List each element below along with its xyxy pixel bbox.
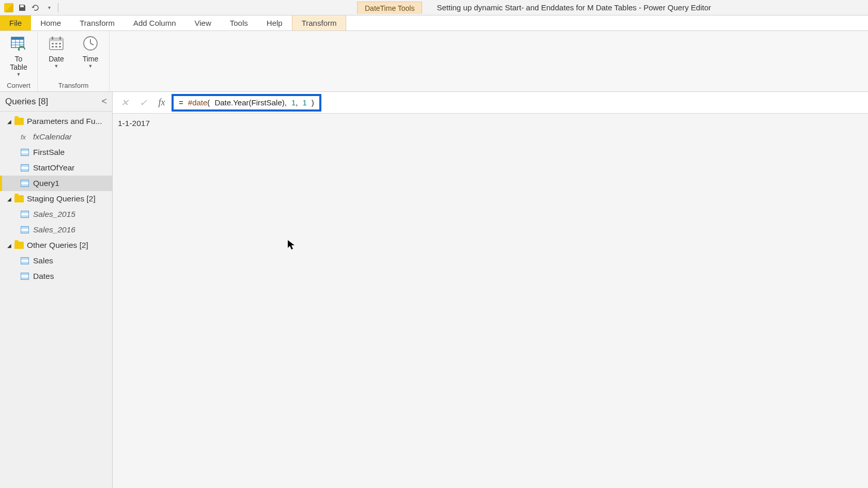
to-table-button[interactable]: To Table ▼ (5, 33, 32, 77)
query-dates[interactable]: Dates (0, 269, 112, 284)
ribbon-body: To Table ▼ Convert Date ▼ (0, 31, 868, 92)
tree-group-other[interactable]: ◢ Other Queries [2] (0, 238, 112, 253)
time-button[interactable]: Time ▼ (77, 33, 104, 69)
query-sales2016[interactable]: Sales_2016 (0, 222, 112, 238)
item-label: Sales_2016 (33, 225, 75, 234)
group-label: Parameters and Fu... (27, 117, 102, 126)
to-table-label: To Table (10, 55, 27, 71)
result-area: 1-1-2017 (113, 114, 868, 133)
window-title: Setting up dynamic Start- and Enddates f… (422, 3, 711, 12)
item-label: Sales (33, 256, 53, 265)
time-label: Time (83, 55, 99, 63)
to-table-icon (8, 33, 29, 54)
item-label: Dates (33, 272, 54, 281)
table-icon (21, 226, 29, 233)
ribbon-group-transform: Date ▼ Time ▼ Transform (38, 31, 110, 91)
svg-rect-11 (52, 43, 54, 44)
table-icon (21, 273, 29, 280)
table-icon (21, 164, 29, 171)
powerbi-logo-icon (4, 3, 13, 12)
item-label: Sales_2015 (33, 210, 75, 219)
date-button[interactable]: Date ▼ (43, 33, 70, 69)
svg-rect-1 (11, 37, 24, 40)
ribbon-group-convert: To Table ▼ Convert (0, 31, 38, 91)
fx-icon: fx (21, 133, 29, 141)
caret-down-icon: ◢ (7, 196, 11, 202)
content-area: ✕ ✓ fx = #date( Date.Year(FirstSale), 1,… (113, 92, 868, 488)
formula-input-highlight: = #date( Date.Year(FirstSale), 1, 1 ) (172, 94, 321, 112)
quick-access-toolbar: ▾ (0, 3, 63, 12)
save-icon[interactable] (18, 3, 27, 12)
svg-rect-16 (59, 46, 61, 48)
clock-icon (80, 33, 101, 54)
tab-file[interactable]: File (0, 15, 31, 30)
date-label: Date (49, 55, 64, 63)
confirm-formula-button[interactable]: ✓ (134, 95, 152, 111)
tab-transform[interactable]: Transform (70, 15, 124, 30)
queries-tree: ◢ Parameters and Fu... fx fxCalendar Fir… (0, 112, 112, 286)
chevron-down-icon: ▼ (54, 64, 59, 69)
svg-rect-15 (55, 46, 57, 48)
title-bar: ▾ DateTime Tools Setting up dynamic Star… (0, 0, 868, 15)
query-query1[interactable]: Query1 (0, 176, 112, 191)
tab-help[interactable]: Help (257, 15, 292, 30)
tab-view[interactable]: View (185, 15, 221, 30)
undo-icon[interactable] (31, 3, 40, 12)
table-icon (21, 149, 29, 156)
table-icon (21, 180, 29, 187)
svg-rect-12 (55, 43, 57, 44)
query-sales2015[interactable]: Sales_2015 (0, 207, 112, 222)
cursor-icon (287, 240, 297, 254)
cancel-formula-button[interactable]: ✕ (116, 95, 133, 111)
qat-dropdown-icon[interactable]: ▾ (44, 3, 54, 12)
item-label: Query1 (33, 179, 59, 188)
chevron-down-icon: ▼ (88, 64, 93, 69)
query-firstsale[interactable]: FirstSale (0, 145, 112, 160)
group-label-transform: Transform (43, 82, 104, 90)
formula-bar: ✕ ✓ fx = #date( Date.Year(FirstSale), 1,… (113, 92, 868, 114)
group-label-convert: Convert (5, 82, 32, 90)
folder-icon (14, 242, 24, 249)
chevron-down-icon: ▼ (17, 72, 21, 77)
svg-rect-10 (59, 37, 61, 40)
caret-down-icon: ◢ (7, 243, 11, 248)
item-label: StartOfYear (33, 163, 74, 172)
ribbon-tabs: File Home Transform Add Column View Tool… (0, 15, 868, 31)
formula-input[interactable]: = #date( Date.Year(FirstSale), 1, 1 ) (179, 98, 314, 107)
tab-context-transform[interactable]: Transform (292, 15, 347, 30)
tab-home[interactable]: Home (31, 15, 70, 30)
context-tool-title: DateTime Tools (357, 2, 422, 14)
caret-down-icon: ◢ (7, 119, 11, 124)
calendar-icon (46, 33, 67, 54)
queries-title: Queries [8] (5, 97, 48, 107)
folder-icon (14, 195, 24, 202)
item-label: FirstSale (33, 148, 65, 157)
queries-pane: Queries [8] < ◢ Parameters and Fu... fx … (0, 92, 113, 488)
tab-tools[interactable]: Tools (221, 15, 257, 30)
svg-rect-9 (52, 37, 53, 40)
queries-header: Queries [8] < (0, 92, 112, 112)
group-label: Staging Queries [2] (27, 194, 96, 203)
query-startofyear[interactable]: StartOfYear (0, 160, 112, 176)
tree-group-parameters[interactable]: ◢ Parameters and Fu... (0, 114, 112, 129)
divider (58, 3, 58, 12)
tree-group-staging[interactable]: ◢ Staging Queries [2] (0, 191, 112, 207)
table-icon (21, 257, 29, 264)
table-icon (21, 211, 29, 218)
svg-rect-14 (52, 46, 54, 48)
folder-icon (14, 118, 24, 125)
main-area: Queries [8] < ◢ Parameters and Fu... fx … (0, 92, 868, 488)
item-label: fxCalendar (33, 132, 72, 141)
query-fxcalendar[interactable]: fx fxCalendar (0, 129, 112, 145)
result-value: 1-1-2017 (118, 119, 150, 128)
svg-rect-13 (59, 43, 61, 44)
fx-button[interactable]: fx (153, 95, 171, 111)
query-sales[interactable]: Sales (0, 253, 112, 269)
tab-add-column[interactable]: Add Column (124, 15, 185, 30)
collapse-pane-icon[interactable]: < (101, 96, 107, 107)
svg-rect-8 (50, 38, 63, 41)
group-label: Other Queries [2] (27, 241, 88, 250)
